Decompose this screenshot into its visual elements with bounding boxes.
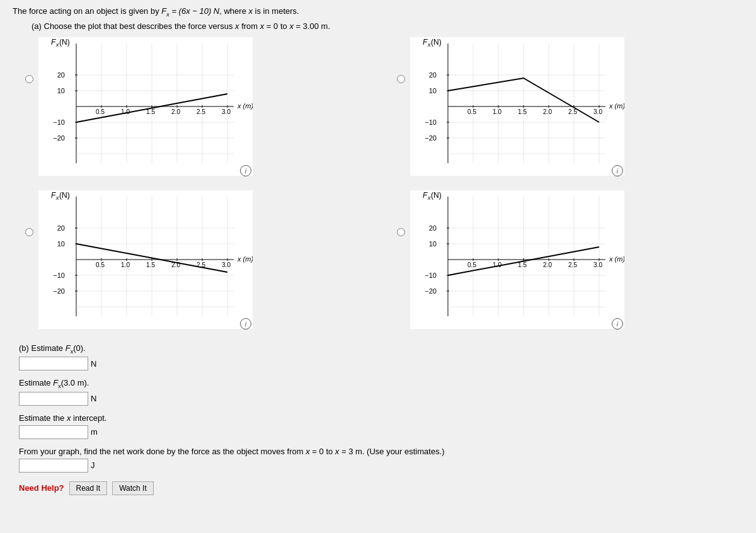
need-help-row: Need Help? Read It Watch It bbox=[19, 481, 743, 495]
radio-graph-b[interactable] bbox=[397, 75, 405, 83]
graph-cell-a: F x (N) bbox=[25, 37, 372, 178]
estimate-c-label: Estimate Fx(3.0 m). bbox=[19, 378, 743, 389]
svg-text:x (m): x (m) bbox=[609, 102, 624, 110]
info-icon-b[interactable]: i bbox=[612, 165, 623, 176]
svg-text:0.5: 0.5 bbox=[467, 108, 476, 115]
svg-text:2.5: 2.5 bbox=[197, 108, 205, 115]
graph-b: F x (N) 20 10 −10 −20 0.5 bbox=[410, 37, 624, 176]
estimate-b-row: (b) Estimate Fx(0). N bbox=[19, 343, 743, 371]
svg-text:1.5: 1.5 bbox=[518, 108, 527, 115]
svg-text:3.0: 3.0 bbox=[593, 108, 602, 115]
estimate-d-unit: m bbox=[91, 427, 98, 437]
svg-text:(N): (N) bbox=[59, 38, 70, 47]
svg-text:20: 20 bbox=[57, 71, 65, 79]
info-icon-c[interactable]: i bbox=[240, 318, 251, 330]
work-label: From your graph, find the net work done … bbox=[19, 447, 743, 456]
svg-text:3.0: 3.0 bbox=[222, 261, 231, 268]
svg-text:−20: −20 bbox=[425, 134, 437, 142]
svg-text:0.5: 0.5 bbox=[467, 261, 476, 268]
svg-text:−20: −20 bbox=[53, 287, 65, 295]
svg-text:(N): (N) bbox=[431, 191, 442, 200]
svg-text:0.5: 0.5 bbox=[96, 108, 105, 115]
svg-text:1.5: 1.5 bbox=[146, 261, 155, 268]
estimate-c-unit: N bbox=[91, 394, 96, 403]
svg-text:−20: −20 bbox=[425, 287, 437, 295]
work-row: From your graph, find the net work done … bbox=[19, 447, 743, 473]
svg-text:10: 10 bbox=[57, 240, 65, 248]
work-input-group: J bbox=[19, 459, 743, 473]
graph-a: F x (N) bbox=[38, 37, 253, 176]
svg-text:1.0: 1.0 bbox=[121, 261, 130, 268]
graph-cell-d: F x (N) 20 10 −10 −20 0.5 bbox=[397, 190, 743, 331]
svg-text:20: 20 bbox=[429, 224, 437, 232]
part-a-text: (a) Choose the plot that best describes … bbox=[32, 21, 743, 31]
svg-text:20: 20 bbox=[57, 224, 65, 232]
svg-text:20: 20 bbox=[429, 71, 437, 79]
svg-text:−10: −10 bbox=[53, 118, 65, 126]
radio-graph-c[interactable] bbox=[25, 228, 33, 236]
svg-text:x (m): x (m) bbox=[237, 255, 253, 263]
svg-text:2.0: 2.0 bbox=[543, 261, 552, 268]
estimate-b-unit: N bbox=[91, 359, 96, 369]
watch-it-button[interactable]: Watch It bbox=[112, 481, 154, 495]
svg-text:10: 10 bbox=[57, 87, 65, 95]
svg-text:10: 10 bbox=[429, 240, 437, 248]
radio-graph-d[interactable] bbox=[397, 228, 405, 236]
info-icon-a[interactable]: i bbox=[240, 165, 251, 176]
estimate-c-input-group: N bbox=[19, 392, 743, 406]
radio-graph-a[interactable] bbox=[25, 75, 33, 83]
estimate-b-input[interactable] bbox=[19, 357, 88, 370]
estimate-d-row: Estimate the x intercept. m bbox=[19, 413, 743, 439]
svg-text:x (m): x (m) bbox=[237, 102, 253, 110]
estimate-b-label: (b) Estimate Fx(0). bbox=[19, 343, 743, 355]
estimate-c-row: Estimate Fx(3.0 m). N bbox=[19, 378, 743, 406]
info-icon-d[interactable]: i bbox=[612, 318, 623, 330]
svg-text:(N): (N) bbox=[59, 191, 70, 200]
read-it-button[interactable]: Read It bbox=[69, 481, 108, 495]
work-input[interactable] bbox=[19, 459, 88, 473]
graph-d: F x (N) 20 10 −10 −20 0.5 bbox=[410, 190, 624, 329]
svg-text:2.0: 2.0 bbox=[171, 108, 180, 115]
estimate-b-input-group: N bbox=[19, 357, 743, 370]
svg-text:F: F bbox=[51, 191, 56, 200]
svg-text:2.5: 2.5 bbox=[568, 261, 577, 268]
graph-cell-b: F x (N) 20 10 −10 −20 0.5 bbox=[397, 37, 743, 178]
graph-c: F x (N) 20 10 −10 −20 0.5 bbox=[38, 190, 253, 329]
svg-text:−20: −20 bbox=[53, 134, 65, 142]
svg-text:F: F bbox=[423, 38, 428, 47]
svg-text:−10: −10 bbox=[53, 272, 65, 279]
work-unit: J bbox=[91, 461, 95, 470]
estimate-d-input[interactable] bbox=[19, 425, 88, 439]
svg-text:−10: −10 bbox=[425, 272, 437, 279]
estimate-d-input-group: m bbox=[19, 425, 743, 439]
estimate-c-input[interactable] bbox=[19, 392, 88, 406]
svg-text:2.0: 2.0 bbox=[543, 108, 552, 115]
svg-text:1.0: 1.0 bbox=[493, 108, 501, 115]
svg-text:(N): (N) bbox=[431, 38, 442, 47]
svg-text:0.5: 0.5 bbox=[96, 261, 105, 268]
svg-text:3.0: 3.0 bbox=[593, 261, 602, 268]
need-help-label: Need Help? bbox=[19, 483, 64, 493]
graphs-grid: F x (N) bbox=[25, 37, 743, 331]
estimate-d-label: Estimate the x intercept. bbox=[19, 413, 743, 423]
svg-text:x (m): x (m) bbox=[609, 255, 624, 263]
svg-text:−10: −10 bbox=[425, 118, 437, 126]
svg-text:3.0: 3.0 bbox=[222, 108, 231, 115]
problem-statement: The force acting on an object is given b… bbox=[13, 6, 743, 18]
y-label-a: F bbox=[51, 38, 56, 47]
svg-text:F: F bbox=[423, 191, 428, 200]
bottom-section: (b) Estimate Fx(0). N Estimate Fx(3.0 m)… bbox=[19, 343, 743, 495]
svg-text:10: 10 bbox=[429, 87, 437, 95]
graph-cell-c: F x (N) 20 10 −10 −20 0.5 bbox=[25, 190, 372, 331]
